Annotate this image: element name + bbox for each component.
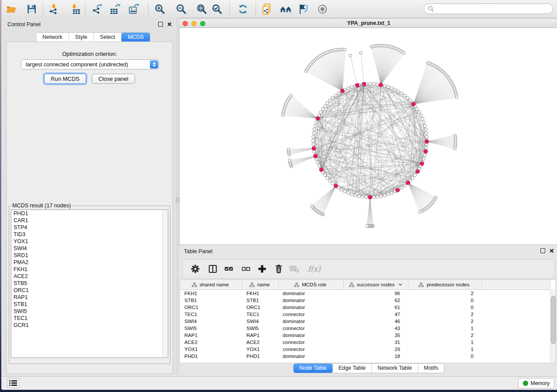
network-node[interactable] <box>406 181 410 185</box>
table-cell[interactable]: 1 <box>408 339 481 346</box>
mcds-result-item[interactable]: PHD1 <box>11 210 168 217</box>
table-scrollbar-thumb[interactable] <box>551 296 556 344</box>
table-cell[interactable]: PHD1 <box>242 353 278 360</box>
table-cell[interactable]: PHD1 <box>180 353 242 360</box>
table-settings-button[interactable] <box>189 264 201 274</box>
apply-function-button[interactable]: f(x) <box>305 264 323 274</box>
table-cell[interactable]: ACE2 <box>242 339 278 346</box>
mcds-result-item[interactable]: CAR1 <box>11 217 168 224</box>
table-cell[interactable]: ORC1 <box>242 304 278 311</box>
mcds-result-item[interactable]: SWI4 <box>11 245 168 252</box>
add-row-button[interactable] <box>256 264 268 274</box>
network-node[interactable] <box>334 184 338 188</box>
open-file-button[interactable] <box>3 3 18 16</box>
zoom-fit-button[interactable] <box>194 3 209 16</box>
panel-splitter[interactable] <box>176 18 179 375</box>
table-row[interactable]: TEC1TEC1connector472 <box>180 311 550 318</box>
tab-edge-table[interactable]: Edge Table <box>333 364 372 373</box>
table-cell[interactable]: 31 <box>343 339 408 346</box>
mcds-result-item[interactable]: ORC1 <box>11 287 168 294</box>
table-cell[interactable]: dominator <box>278 332 343 339</box>
export-image-button[interactable] <box>127 3 142 16</box>
mcds-result-item[interactable]: YOX1 <box>11 238 168 245</box>
table-cell[interactable]: 29 <box>343 346 408 353</box>
network-node[interactable] <box>314 154 318 158</box>
export-network-button[interactable] <box>90 3 105 16</box>
table-cell[interactable]: 46 <box>343 318 408 325</box>
tab-network-table[interactable]: Network Table <box>372 364 418 373</box>
column-header-predecessor-nodes[interactable]: predecessor nodes <box>408 280 481 290</box>
table-cell[interactable]: 0 <box>408 353 481 360</box>
criterion-dropdown[interactable]: largest connected component (undirected) <box>21 59 159 69</box>
column-header-shared-name[interactable]: shared name <box>180 280 242 290</box>
table-cell[interactable]: dominator <box>278 318 343 325</box>
table-cell[interactable]: RAP1 <box>180 332 242 339</box>
show-all-button[interactable] <box>315 3 330 16</box>
network-node[interactable] <box>396 188 400 192</box>
mcds-result-item[interactable]: SWI5 <box>11 308 168 315</box>
table-cell[interactable]: dominator <box>278 353 343 360</box>
tab-node-table[interactable]: Node Table <box>294 364 333 373</box>
table-cell[interactable]: ACE2 <box>180 339 242 346</box>
table-cell[interactable]: STB1 <box>242 297 278 304</box>
task-history-button[interactable] <box>7 378 19 388</box>
network-node[interactable] <box>312 147 316 151</box>
table-cell[interactable]: dominator <box>278 297 343 304</box>
table-cell[interactable]: 2 <box>408 332 481 339</box>
table-cell[interactable]: FKH1 <box>242 290 278 297</box>
mcds-result-item[interactable]: STP4 <box>11 224 168 231</box>
export-table-button[interactable] <box>108 3 123 16</box>
tab-mcds[interactable]: MCDS <box>121 33 150 42</box>
delete-table-button[interactable] <box>288 264 301 274</box>
table-cell[interactable]: dominator <box>278 304 343 311</box>
table-cell[interactable]: 2 <box>408 318 481 325</box>
zoom-selected-button[interactable] <box>210 3 225 16</box>
hide-selected-button[interactable] <box>296 3 311 16</box>
close-panel-icon[interactable] <box>167 22 172 27</box>
table-cell[interactable]: connector <box>278 325 343 332</box>
table-cell[interactable]: 0 <box>408 304 481 311</box>
mcds-result-item[interactable]: STB5 <box>11 280 168 287</box>
float-table-panel-icon[interactable] <box>540 248 545 253</box>
search-input[interactable] <box>436 5 553 12</box>
table-cell[interactable]: SWI4 <box>242 318 278 325</box>
table-row[interactable]: ACE2ACE2connector311 <box>180 339 550 346</box>
network-node[interactable] <box>341 89 345 93</box>
mcds-result-item[interactable]: FKH1 <box>11 266 168 273</box>
table-cell[interactable]: 62 <box>343 297 408 304</box>
network-node[interactable] <box>425 140 429 144</box>
table-cell[interactable]: SWI5 <box>242 325 278 332</box>
table-cell[interactable]: STB1 <box>180 297 242 304</box>
table-cell[interactable]: 96 <box>343 290 408 297</box>
table-cell[interactable]: 18 <box>343 353 408 360</box>
tab-select[interactable]: Select <box>94 33 122 42</box>
table-row[interactable]: FKH1FKH1dominator962 <box>180 290 550 297</box>
memory-button[interactable]: Memory <box>518 378 554 389</box>
network-graph[interactable] <box>180 28 557 244</box>
table-cell[interactable]: TEC1 <box>180 311 242 318</box>
mcds-result-item[interactable]: STB1 <box>11 301 168 308</box>
zoom-out-button[interactable] <box>174 3 189 16</box>
table-cell[interactable]: FKH1 <box>180 290 242 297</box>
mcds-result-item[interactable]: GCR1 <box>11 322 168 329</box>
table-row[interactable]: SWI5SWI5connector431 <box>180 325 550 332</box>
deselect-all-button[interactable] <box>240 264 252 274</box>
table-row[interactable]: RAP1RAP1dominator352 <box>180 332 550 339</box>
column-header-successor-nodes[interactable]: successor nodes <box>343 280 408 290</box>
table-cell[interactable]: 1 <box>408 346 481 353</box>
network-node[interactable] <box>355 83 359 87</box>
search-objects-button[interactable] <box>278 3 293 16</box>
table-cell[interactable]: 2 <box>408 290 481 297</box>
table-cell[interactable]: connector <box>278 339 343 346</box>
table-scrollbar[interactable] <box>550 289 556 363</box>
table-cell[interactable]: connector <box>278 311 343 318</box>
table-cell[interactable]: 43 <box>343 325 408 332</box>
network-node[interactable] <box>362 82 366 86</box>
close-panel-button[interactable]: Close panel <box>92 74 135 84</box>
table-row[interactable]: PHD1PHD1dominator180 <box>180 353 550 360</box>
zoom-in-button[interactable] <box>152 3 167 16</box>
close-table-panel-icon[interactable] <box>549 248 554 253</box>
save-session-button[interactable] <box>24 3 39 16</box>
import-network-button[interactable] <box>46 3 61 16</box>
table-cell[interactable]: 2 <box>408 311 481 318</box>
